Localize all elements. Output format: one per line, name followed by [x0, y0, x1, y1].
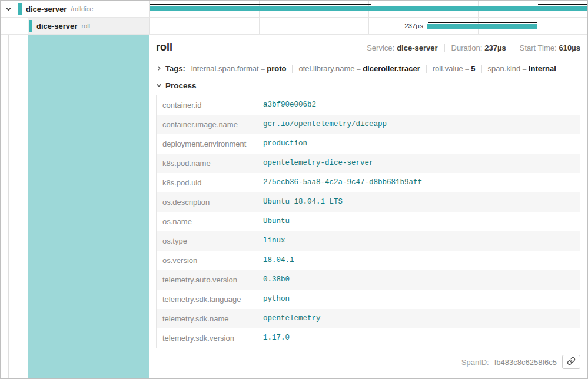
span-title: roll — [156, 41, 172, 54]
divider — [444, 44, 445, 52]
span-row-selected[interactable]: dice-server roll 237µs — [1, 18, 587, 35]
table-row: k8s.pod.uid275ecb36-5aa8-4c2a-9c47-d8bb6… — [157, 173, 580, 192]
span-detail-card: roll Service:dice-server Duration:237µs … — [149, 35, 587, 374]
timeline-gridline — [259, 18, 260, 34]
divider — [426, 65, 427, 73]
tree-guide-line — [8, 35, 9, 378]
spanid-label: SpanID: — [461, 358, 489, 367]
process-key: os.description — [157, 192, 257, 212]
table-row: telemetry.sdk.nameopentelemetry — [157, 309, 580, 328]
service-name: dice-server — [26, 5, 67, 14]
chevron-right-icon — [156, 64, 162, 73]
table-row: deployment.environmentproduction — [157, 134, 580, 154]
tag-item: internal.span.format=proto — [191, 64, 287, 73]
process-key: telemetry.sdk.name — [157, 309, 257, 328]
critical-path-segment — [150, 4, 371, 5]
detail-header: roll Service:dice-server Duration:237µs … — [149, 35, 587, 57]
process-key: deployment.environment — [157, 134, 257, 154]
span-color-indicator — [29, 20, 32, 32]
span-detail-panel: roll Service:dice-server Duration:237µs … — [149, 35, 587, 378]
span-name-cell[interactable]: dice-server roll — [1, 18, 149, 34]
process-key: os.type — [157, 231, 257, 251]
span-color-indicator — [18, 3, 22, 15]
table-row: os.nameUbuntu — [157, 212, 580, 231]
operation-name: roll — [81, 22, 90, 29]
divider — [513, 44, 513, 52]
process-key: os.name — [157, 212, 257, 231]
chevron-down-icon[interactable] — [4, 6, 12, 12]
table-row: container.ida3bf90e006b2 — [157, 95, 580, 115]
spanid-value: fb483c8c6258f6c5 — [494, 358, 557, 367]
process-key: telemetry.auto.version — [157, 270, 257, 290]
span-name-cell[interactable]: dice-server /rolldice — [1, 1, 149, 17]
process-value: 0.38b0 — [257, 270, 580, 290]
process-key: container.image.name — [157, 115, 257, 134]
span-detail-row: roll Service:dice-server Duration:237µs … — [1, 35, 587, 378]
table-row: k8s.pod.nameopentelemetry-dice-server — [157, 154, 580, 173]
process-accordion-toggle[interactable]: Process — [149, 77, 587, 93]
span-bar[interactable] — [427, 24, 537, 29]
process-value: production — [257, 134, 580, 154]
table-row: telemetry.sdk.version1.17.0 — [157, 328, 580, 348]
tag-item: span.kind=internal — [488, 64, 556, 73]
span-row-root[interactable]: dice-server /rolldice — [1, 1, 587, 18]
process-value: gcr.io/opentelemetry/diceapp — [257, 115, 580, 134]
span-rows: dice-server /rolldice dice-server roll — [1, 1, 587, 35]
tag-item: otel.library.name=diceroller.tracer — [298, 64, 420, 73]
service-name: dice-server — [36, 22, 77, 31]
process-value: Ubuntu — [257, 212, 580, 231]
table-row: telemetry.sdk.languagepython — [157, 290, 580, 309]
critical-path-segment — [538, 4, 587, 5]
divider — [292, 65, 293, 73]
divider — [481, 65, 482, 73]
chevron-down-icon — [156, 80, 162, 91]
tree-indent — [1, 18, 28, 34]
span-timeline-cell — [149, 1, 587, 17]
span-bar[interactable] — [150, 6, 587, 11]
tags-accordion-toggle[interactable]: Tags: internal.span.format=proto otel.li… — [149, 59, 587, 77]
table-row: telemetry.auto.version0.38b0 — [157, 270, 580, 290]
span-duration-label: 237µs — [404, 22, 423, 29]
critical-path-segment — [428, 22, 537, 23]
deep-link-button[interactable] — [562, 355, 580, 369]
span-timeline-cell: 237µs — [149, 18, 587, 34]
selected-span-name[interactable]: dice-server roll — [28, 18, 149, 34]
stat-service: Service:dice-server — [367, 44, 437, 52]
process-value: opentelemetry-dice-server — [257, 154, 580, 173]
link-icon — [567, 357, 576, 368]
process-label: Process — [165, 81, 197, 90]
tree-gutter — [1, 35, 28, 378]
process-value: python — [257, 290, 580, 309]
process-value: 18.04.1 — [257, 251, 580, 270]
process-key: k8s.pod.name — [157, 154, 257, 173]
process-value: 275ecb36-5aa8-4c2a-9c47-d8bb681b9aff — [257, 173, 580, 192]
process-value: linux — [257, 231, 580, 251]
tree-guide-line — [19, 35, 19, 378]
process-key: telemetry.sdk.version — [157, 328, 257, 348]
stat-start-time: Start Time:610µs — [520, 44, 580, 52]
process-value: a3bf90e006b2 — [257, 95, 580, 115]
timeline-gridline — [368, 18, 369, 34]
selected-span-indent-fill[interactable] — [28, 35, 149, 378]
process-value: opentelemetry — [257, 309, 580, 328]
table-row: os.typelinux — [157, 231, 580, 251]
trace-timeline-view: dice-server /rolldice dice-server roll — [0, 0, 588, 379]
process-key: container.id — [157, 95, 257, 115]
stat-duration: Duration:237µs — [451, 44, 506, 52]
operation-name: /rolldice — [71, 5, 93, 12]
tag-item: roll.value=5 — [433, 64, 476, 73]
detail-footer: SpanID: fb483c8c6258f6c5 — [149, 353, 587, 374]
table-row: container.image.namegcr.io/opentelemetry… — [157, 115, 580, 134]
process-key: k8s.pod.uid — [157, 173, 257, 192]
process-kv-table: container.ida3bf90e006b2 container.image… — [156, 95, 580, 348]
process-key: os.version — [157, 251, 257, 270]
process-value: Ubuntu 18.04.1 LTS — [257, 192, 580, 212]
tags-label: Tags: — [165, 64, 185, 73]
span-stats: Service:dice-server Duration:237µs Start… — [367, 44, 580, 52]
table-row: os.version18.04.1 — [157, 251, 580, 270]
process-key: telemetry.sdk.language — [157, 290, 257, 309]
process-value: 1.17.0 — [257, 328, 580, 348]
table-row: os.descriptionUbuntu 18.04.1 LTS — [157, 192, 580, 212]
